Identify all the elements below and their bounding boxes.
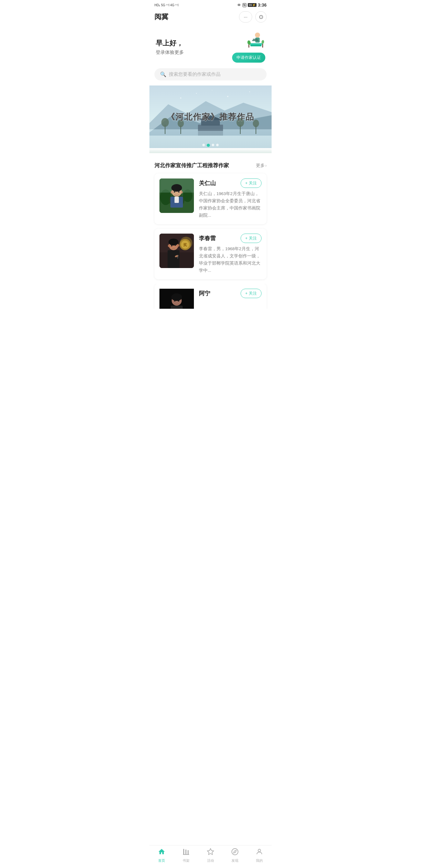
svg-marker-69 (207, 848, 214, 855)
greeting-text: 早上好， 登录体验更多 (156, 38, 184, 55)
svg-point-42 (171, 191, 173, 193)
svg-point-43 (181, 191, 183, 193)
svg-point-26 (180, 97, 181, 99)
svg-point-30 (212, 90, 212, 91)
profile-svg (255, 848, 263, 856)
greeting-subtitle: 登录体验更多 (156, 50, 184, 55)
author-avatar-3 (159, 289, 194, 309)
discover-svg (231, 848, 239, 856)
greeting-title: 早上好， (156, 38, 184, 48)
search-icon: 🔍 (160, 71, 166, 78)
svg-point-54 (175, 245, 176, 246)
greeting-right: 申请作家认证 (232, 31, 265, 63)
svg-point-41 (178, 191, 180, 193)
follow-button-1[interactable]: + 关注 (241, 179, 262, 188)
author-name-row-3: 阿宁 + 关注 (199, 289, 262, 298)
dot-3[interactable] (212, 144, 214, 146)
banner-image: 《河北作家》推荐作品 (149, 86, 272, 148)
chevron-right-icon: › (265, 163, 267, 168)
top-bar: 阅冀 ··· ⊙ (149, 9, 272, 26)
svg-rect-4 (250, 43, 262, 45)
author-avatar-2: 奖 (159, 234, 194, 268)
status-right: 👁 N 99 ⚡ 3:36 (237, 2, 267, 7)
svg-marker-71 (234, 850, 236, 853)
svg-point-64 (178, 300, 179, 302)
search-bar[interactable]: 🔍 搜索您要看的作家或作品 (154, 68, 267, 81)
dot-4[interactable] (216, 144, 219, 146)
svg-point-63 (174, 300, 176, 302)
svg-point-53 (171, 245, 173, 246)
battery-level: 99 (249, 3, 252, 7)
banner-text: 《河北作家》推荐作品 (167, 112, 254, 122)
author-info-3: 阿宁 + 关注 (199, 289, 262, 301)
svg-rect-65 (183, 849, 184, 855)
author-avatar-svg-2: 奖 (159, 234, 194, 268)
author-name-row-1: 关仁山 + 关注 (199, 179, 262, 188)
author-card-3-partial: 阿宁 + 关注 (154, 284, 267, 309)
authors-list: 关仁山 + 关注 关仁山，1963年2月生于唐山，中国作家协会全委委员，河北省作… (149, 174, 272, 279)
author-desc-1: 关仁山，1963年2月生于唐山，中国作家协会全委委员，河北省作家协会主席，中国作… (199, 190, 262, 219)
featured-section-title: 河北作家宣传推广工程推荐作家 (154, 162, 229, 169)
svg-point-0 (255, 33, 260, 38)
svg-rect-67 (188, 850, 188, 855)
author-info-1: 关仁山 + 关注 关仁山，1963年2月生于唐山，中国作家协会全委委员，河北省作… (199, 179, 262, 219)
author-card-2: 奖 (154, 228, 267, 279)
author-info-2: 李春雷 + 关注 李春雷，男，1968年2月生，河北省成安县人，文学创作一级，毕… (199, 234, 262, 274)
author-name-row-2: 李春雷 + 关注 (199, 234, 262, 243)
mascot-illustration (246, 31, 265, 50)
dot-2[interactable] (207, 144, 210, 147)
bolt-icon: ⚡ (252, 3, 255, 7)
search-placeholder-text: 搜索您要看的作家或作品 (169, 71, 220, 78)
network-status: HD₁ 5G ᵌᵌl 4G ᵌᵌl (154, 3, 179, 7)
svg-point-51 (169, 239, 179, 246)
time-display: 3:36 (258, 2, 267, 7)
follow-button-3[interactable]: + 关注 (241, 289, 262, 298)
author-avatar-svg-1 (159, 179, 194, 213)
nav-item-discover[interactable]: 发现 (226, 848, 244, 863)
discover-icon (231, 848, 239, 857)
svg-point-61 (171, 293, 182, 301)
svg-rect-17 (198, 131, 223, 135)
profile-icon (255, 848, 263, 857)
svg-point-37 (171, 184, 182, 192)
svg-rect-5 (250, 45, 262, 46)
follow-button-2[interactable]: + 关注 (241, 234, 262, 243)
author-avatar-1 (159, 179, 194, 213)
banner-section[interactable]: 《河北作家》推荐作品 (149, 86, 272, 153)
author-name-1: 关仁山 (199, 179, 216, 187)
svg-rect-52 (168, 250, 179, 268)
search-section: 🔍 搜索您要看的作家或作品 (149, 65, 272, 86)
status-bar: HD₁ 5G ᵌᵌl 4G ᵌᵌl 👁 N 99 ⚡ 3:36 (149, 0, 272, 9)
apply-author-button[interactable]: 申请作家认证 (232, 53, 265, 63)
eye-icon: 👁 (237, 3, 241, 7)
mascot-svg (246, 31, 265, 50)
nav-item-profile[interactable]: 我的 (250, 848, 268, 863)
scan-button[interactable]: ⊙ (255, 11, 267, 23)
svg-point-29 (249, 91, 250, 92)
svg-point-70 (232, 848, 238, 855)
greeting-section: 早上好， 登录体验更多 (149, 26, 272, 65)
more-label: 更多 (256, 163, 265, 168)
svg-point-40 (174, 191, 175, 193)
battery-icon: 99 ⚡ (248, 3, 257, 7)
nav-label-activity: 活动 (207, 858, 214, 863)
nav-item-home[interactable]: 首页 (153, 848, 171, 863)
more-button[interactable]: 更多 › (256, 163, 267, 168)
nav-label-profile: 我的 (256, 858, 263, 863)
nav-item-activity[interactable]: 活动 (202, 848, 219, 863)
nav-item-bookshelf[interactable]: 书架 (177, 848, 195, 863)
app-title: 阅冀 (154, 12, 168, 22)
svg-rect-68 (183, 854, 189, 855)
more-button[interactable]: ··· (239, 11, 252, 23)
svg-text:奖: 奖 (183, 243, 187, 247)
home-icon (158, 848, 166, 857)
activity-icon (207, 848, 214, 857)
author-name-3: 阿宁 (199, 290, 210, 297)
svg-rect-62 (171, 306, 183, 309)
activity-svg (207, 848, 214, 856)
svg-point-57 (168, 245, 170, 247)
dot-1[interactable] (202, 144, 205, 146)
nav-label-discover: 发现 (232, 858, 238, 863)
svg-rect-2 (252, 40, 259, 41)
author-avatar-svg-3 (159, 289, 194, 309)
